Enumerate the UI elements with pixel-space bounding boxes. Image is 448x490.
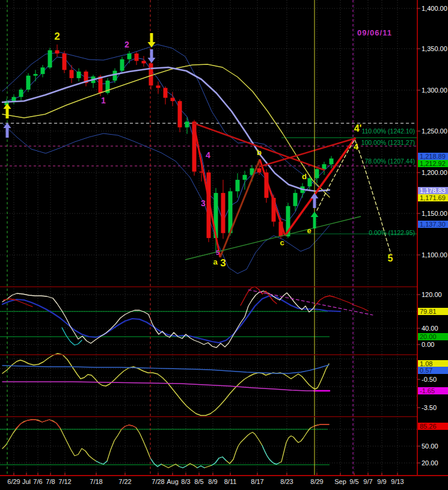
badge-value: 0.57 bbox=[420, 367, 432, 374]
overbought-red-2 bbox=[121, 425, 136, 429]
arrow-shaft bbox=[6, 109, 9, 118]
candle-body-up bbox=[127, 54, 132, 60]
time-axis-label: 8/3 bbox=[181, 478, 190, 485]
time-axis-label: 8/17 bbox=[251, 478, 263, 485]
oversold-cyan-3 bbox=[179, 466, 186, 468]
candlestick bbox=[120, 57, 124, 73]
time-axis-label: 9/5 bbox=[349, 478, 358, 485]
arrow-head bbox=[311, 193, 319, 198]
candle-body-down bbox=[178, 101, 182, 127]
time-axis-label: 7/12 bbox=[58, 478, 71, 485]
up-arrow-marker bbox=[311, 212, 319, 228]
arrow-shaft bbox=[150, 33, 153, 42]
candlestick bbox=[330, 156, 334, 168]
fib-level-label: 110.00% (1242.10) bbox=[361, 127, 415, 135]
cursor-date-label: 09/06/11 bbox=[357, 28, 392, 37]
candle-body-up bbox=[34, 74, 38, 76]
badge-value: 1,137.30 bbox=[420, 221, 446, 228]
candlestick bbox=[91, 75, 96, 88]
wave-label: 2 bbox=[124, 40, 129, 49]
candlestick bbox=[171, 92, 175, 106]
wave-label: 3 bbox=[201, 198, 206, 208]
last-value-badge: 79.81 bbox=[418, 308, 448, 315]
candle-body-up bbox=[19, 90, 23, 97]
badge-value: 79.81 bbox=[420, 308, 437, 315]
oversold-cyan-2 bbox=[150, 458, 161, 467]
time-axis-label: 7/18 bbox=[90, 478, 102, 485]
candle-body-up bbox=[236, 180, 240, 191]
candlestick bbox=[77, 69, 81, 82]
candlestick bbox=[127, 51, 132, 63]
candlestick bbox=[236, 173, 240, 198]
candle-body-up bbox=[243, 175, 247, 180]
candle-body-up bbox=[12, 97, 16, 101]
axis-price-label: 0.00 bbox=[422, 341, 434, 348]
time-axis-label: Aug bbox=[167, 478, 179, 485]
overbought-red-3 bbox=[313, 424, 329, 427]
candlestick bbox=[70, 65, 74, 83]
macd-line bbox=[2, 354, 329, 415]
candlestick bbox=[113, 69, 117, 84]
time-axis: 6/29Jul7/67/87/127/187/227/28Aug8/38/58/… bbox=[0, 473, 448, 485]
badge-value: 1,178.83 bbox=[420, 187, 446, 194]
wave-label: c bbox=[280, 238, 284, 247]
axis-price-label: 20.00 bbox=[422, 459, 438, 467]
badge-value: 20.00 bbox=[420, 333, 437, 340]
arrow-shaft bbox=[313, 217, 316, 228]
wave-label: 2 bbox=[54, 31, 60, 42]
time-axis-label: Sep bbox=[334, 478, 346, 485]
candlestick bbox=[12, 94, 16, 104]
candle-body-up bbox=[315, 169, 319, 178]
wave-label: 5 bbox=[388, 253, 393, 263]
time-axis-label: 6/29 bbox=[7, 478, 20, 485]
axis-price-label: 1,150.00 bbox=[422, 210, 447, 217]
candlestick bbox=[63, 51, 67, 73]
axis-price-label: 1,400.00 bbox=[422, 5, 447, 12]
candlestick bbox=[19, 88, 23, 100]
time-axis-label: 9/9 bbox=[377, 478, 386, 485]
candlestick bbox=[322, 162, 327, 175]
candlestick bbox=[164, 87, 168, 105]
candlestick bbox=[178, 99, 182, 132]
chart-canvas[interactable]: 221435a3bdce4'45110.00% (1242.10)100.00%… bbox=[0, 0, 448, 490]
up-arrow-marker bbox=[311, 193, 319, 208]
arrow-shaft bbox=[150, 49, 153, 58]
candle-body-down bbox=[142, 61, 146, 63]
candle-body-down bbox=[164, 88, 168, 97]
candlestick bbox=[106, 78, 110, 94]
pattern-trendline bbox=[185, 216, 361, 260]
up-arrow-marker bbox=[4, 103, 11, 118]
fib-level-label: 0.00% (1122.95) bbox=[369, 229, 415, 236]
time-axis-label: 7/8 bbox=[46, 478, 55, 485]
axis-price-label: 1,250.00 bbox=[422, 127, 447, 135]
candle-body-up bbox=[26, 76, 31, 90]
axis-price-label: -0.50 bbox=[422, 376, 437, 383]
candle-body-down bbox=[70, 70, 74, 78]
time-axis-label: 7/6 bbox=[33, 478, 42, 485]
time-axis-label: 8/9 bbox=[208, 478, 217, 485]
arrow-head bbox=[311, 212, 319, 217]
wave-label: d bbox=[302, 172, 307, 181]
candlestick bbox=[301, 183, 305, 198]
last-value-badge: 1,137.30 bbox=[418, 221, 448, 228]
last-value-badge: -1.65 bbox=[418, 387, 448, 394]
candlestick bbox=[41, 65, 45, 77]
stoch-line bbox=[2, 420, 329, 468]
candle-body-down bbox=[156, 85, 161, 88]
axis-price-label: 1,350.00 bbox=[422, 45, 447, 52]
arrow-head bbox=[4, 103, 11, 109]
last-value-badge: 1,212.92 bbox=[418, 160, 448, 167]
candle-body-down bbox=[257, 168, 262, 173]
candle-body-down bbox=[149, 63, 153, 85]
candlestick bbox=[315, 167, 319, 183]
fib-level-label: 78.00% (1207.44) bbox=[365, 158, 415, 165]
wave-label: 3 bbox=[220, 257, 226, 269]
time-axis-label: Jul bbox=[22, 478, 31, 485]
candlestick bbox=[34, 70, 38, 81]
oversold-cyan-5 bbox=[212, 457, 226, 465]
arrow-shaft bbox=[313, 198, 316, 208]
candle-body-down bbox=[55, 51, 60, 54]
trading-chart-window: 221435a3bdce4'45110.00% (1242.10)100.00%… bbox=[0, 0, 448, 490]
candlestick bbox=[26, 73, 31, 92]
last-value-badge: 0.57 bbox=[418, 367, 448, 374]
